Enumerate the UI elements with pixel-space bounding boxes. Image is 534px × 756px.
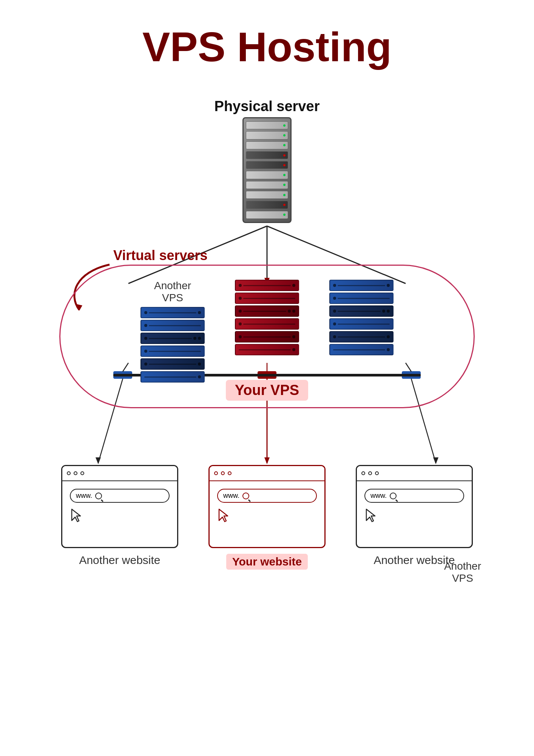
browser-dot-2	[74, 471, 77, 475]
main-title: VPS Hosting	[0, 23, 534, 71]
search-icon-left	[95, 493, 102, 499]
svg-marker-18	[72, 509, 80, 522]
browser-right: www. Another website	[356, 465, 473, 567]
vps-left-label: AnotherVPS	[154, 280, 191, 304]
browser-window-right: www.	[356, 465, 473, 548]
browser-addressbar-right: www.	[364, 489, 464, 503]
vps-left: AnotherVPS	[140, 280, 205, 383]
vps-row: AnotherVPS AnotherVPS	[0, 280, 534, 383]
browser-dot-3	[80, 471, 84, 475]
browser-addressbar-center: www.	[217, 489, 317, 503]
vps-center	[235, 280, 299, 355]
www-text-left: www.	[76, 492, 92, 500]
browser-label-left: Another website	[79, 554, 160, 567]
cursor-icon-left	[70, 507, 83, 522]
browser-center: www. Your website	[208, 465, 326, 570]
virtual-servers-label: Virtual servers	[113, 248, 208, 263]
browser-dot-r2	[368, 471, 372, 475]
browser-label-right: Another website	[373, 554, 455, 567]
your-vps-label: Your VPS	[226, 380, 308, 401]
browser-addressbar-left: www.	[70, 489, 170, 503]
svg-marker-12	[264, 457, 270, 464]
browser-dot-r3	[375, 471, 379, 475]
search-icon-center	[242, 493, 249, 499]
vps-center-stack	[235, 280, 299, 355]
vps-left-stack	[140, 307, 205, 383]
physical-server-icon	[242, 117, 292, 223]
browser-window-center: www.	[208, 465, 326, 548]
svg-marker-19	[219, 509, 228, 522]
svg-marker-14	[96, 457, 101, 464]
vps-right: AnotherVPS	[329, 280, 394, 355]
browser-dot-1	[67, 471, 71, 475]
physical-server-label: Physical server	[0, 98, 534, 115]
your-vps-section: Your VPS	[0, 380, 534, 401]
browser-dot-r1	[361, 471, 365, 475]
search-icon-right	[390, 493, 397, 499]
browser-dot-c1	[214, 471, 218, 475]
browser-dot-c3	[228, 471, 232, 475]
browser-label-center: Your website	[226, 554, 308, 570]
www-text-right: www.	[370, 492, 387, 500]
svg-marker-16	[433, 457, 438, 464]
www-text-center: www.	[223, 492, 239, 500]
browser-left: www. Another website	[61, 465, 178, 567]
cursor-icon-right	[364, 507, 378, 522]
svg-marker-20	[366, 509, 375, 522]
browser-window-left: www.	[61, 465, 178, 548]
cursor-icon-center	[217, 507, 230, 522]
browsers-section: www. Another website	[0, 465, 534, 570]
vps-right-stack	[329, 280, 394, 355]
browser-dot-c2	[221, 471, 225, 475]
